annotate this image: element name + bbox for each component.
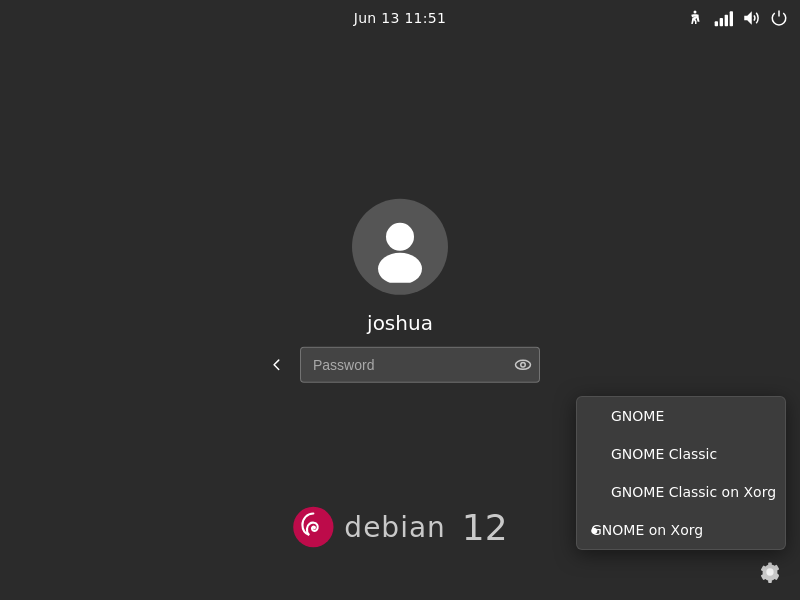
svg-point-0 xyxy=(694,11,697,14)
topbar-icons xyxy=(684,7,790,29)
session-item-gnome-on-xorg[interactable]: GNOME on Xorg xyxy=(577,511,785,549)
svg-rect-1 xyxy=(715,21,718,26)
password-row xyxy=(260,347,540,383)
password-field-wrapper xyxy=(300,347,540,383)
debian-swirl-icon xyxy=(292,506,334,548)
topbar-datetime: Jun 13 11:51 xyxy=(354,10,447,26)
username-label: joshua xyxy=(367,311,433,335)
power-icon[interactable] xyxy=(768,7,790,29)
debian-logo: debian 12 xyxy=(292,506,507,548)
svg-rect-3 xyxy=(725,15,728,27)
settings-button[interactable] xyxy=(754,556,786,588)
session-item-gnome-classic[interactable]: GNOME Classic xyxy=(577,435,785,473)
network-icon[interactable] xyxy=(712,7,734,29)
volume-icon[interactable] xyxy=(740,7,762,29)
debian-version-label: 12 xyxy=(462,507,508,548)
debian-text-label: debian xyxy=(344,511,445,544)
login-area: joshua xyxy=(260,199,540,383)
topbar: Jun 13 11:51 xyxy=(0,0,800,36)
svg-point-8 xyxy=(516,360,531,369)
toggle-password-button[interactable] xyxy=(512,354,534,376)
accessibility-icon[interactable] xyxy=(684,7,706,29)
avatar xyxy=(352,199,448,295)
svg-point-7 xyxy=(378,253,422,283)
svg-point-9 xyxy=(521,363,526,368)
svg-rect-2 xyxy=(720,18,723,26)
password-input[interactable] xyxy=(300,347,540,383)
session-menu: GNOMEGNOME ClassicGNOME Classic on XorgG… xyxy=(576,396,786,550)
svg-point-6 xyxy=(386,223,414,251)
session-item-gnome[interactable]: GNOME xyxy=(577,397,785,435)
svg-marker-5 xyxy=(744,11,752,25)
back-button[interactable] xyxy=(260,348,294,382)
session-item-gnome-classic-xorg[interactable]: GNOME Classic on Xorg xyxy=(577,473,785,511)
svg-rect-4 xyxy=(730,11,733,26)
